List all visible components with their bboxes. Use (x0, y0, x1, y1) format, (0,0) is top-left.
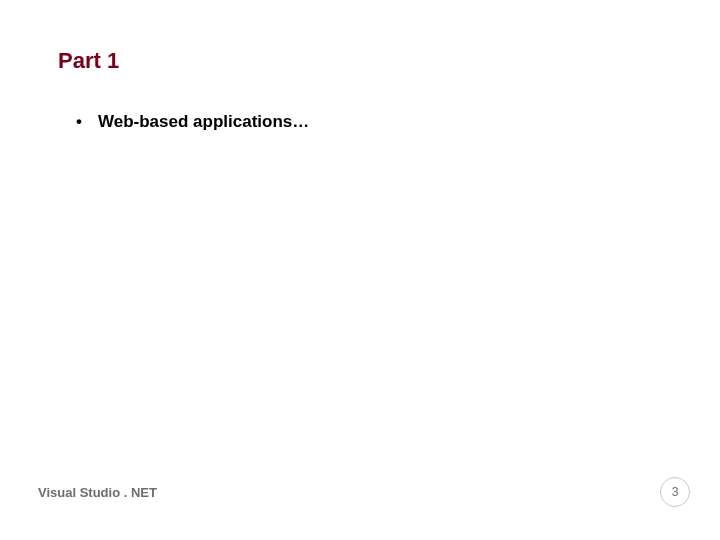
slide-container: Part 1 Web-based applications… Visual St… (0, 0, 720, 540)
page-number-badge: 3 (660, 477, 690, 507)
bullet-list: Web-based applications… (58, 112, 662, 132)
slide-title: Part 1 (58, 48, 662, 74)
slide-footer: Visual Studio . NET 3 (0, 474, 720, 510)
footer-label: Visual Studio . NET (38, 485, 157, 500)
bullet-item: Web-based applications… (76, 112, 662, 132)
